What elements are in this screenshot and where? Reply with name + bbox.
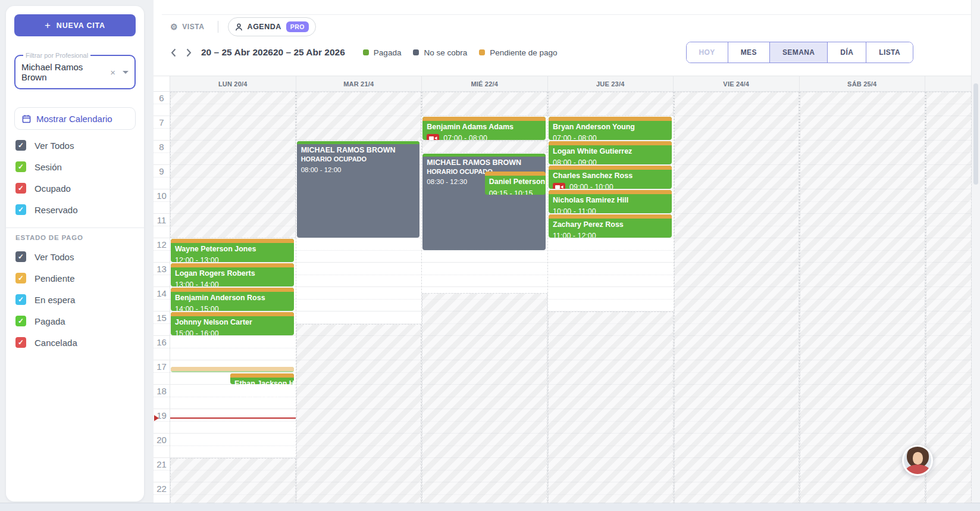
payment-filter-label: Ver Todos [35, 252, 74, 262]
appointment-event[interactable]: Benjamin Anderson Ross14:00 - 15:00 [171, 288, 294, 311]
appointment-event[interactable]: Ethan Jackson H...17:30 - 18:00 [230, 373, 294, 385]
legend-label: Pendiente de pago [490, 48, 557, 57]
assistant-avatar[interactable] [902, 445, 933, 476]
appointment-event[interactable]: William Ramos Ross17:15 - 17:30 [171, 367, 294, 372]
day-column[interactable]: Wayne Peterson Jones12:00 - 13:00Logan R… [170, 92, 296, 503]
non-working-hours [170, 458, 296, 503]
payment-status-strip [171, 239, 294, 243]
day-column[interactable] [674, 92, 800, 503]
horizontal-scrollbar[interactable] [0, 503, 980, 511]
payment-filter-item[interactable]: ✓En espera [14, 289, 136, 310]
day-column[interactable]: MICHAEL RAMOS BROWNHORARIO OCUPADO08:00 … [296, 92, 422, 503]
event-time: 07:00 - 08:00 [553, 133, 668, 140]
view-button-semana[interactable]: SEMANA [769, 42, 827, 63]
calendar-body[interactable]: 678910111213141516171819202122 Wayne Pet… [154, 92, 972, 503]
view-button-hoy[interactable]: HOY [687, 42, 728, 63]
type-filter-item[interactable]: ✓Ver Todos [14, 135, 136, 156]
appointment-event[interactable]: Nicholas Ramirez Hill10:00 - 11:00 [549, 190, 672, 213]
event-title: Bryan Anderson Young [553, 122, 668, 132]
legend-dot [413, 49, 419, 55]
event-time: 08:00 - 09:00 [553, 158, 668, 164]
payment-filter-item[interactable]: ✓Pendiente [14, 267, 136, 289]
payment-status-strip [549, 117, 672, 121]
new-appointment-label: NUEVA CITA [57, 21, 105, 30]
view-button-día[interactable]: DÍA [827, 42, 866, 63]
checkbox-icon[interactable]: ✓ [15, 273, 26, 283]
event-time-text: 09:00 - 10:00 [569, 182, 613, 189]
checkbox-icon[interactable]: ✓ [15, 140, 26, 151]
professional-filter-select[interactable]: Filtrar por Profesional Michael Ramos Br… [14, 52, 136, 89]
agenda-button[interactable]: AGENDA PRO [228, 17, 316, 36]
prev-week-button[interactable] [165, 45, 181, 60]
checkbox-icon[interactable]: ✓ [15, 251, 26, 262]
chevron-down-icon[interactable] [123, 71, 129, 74]
type-filter-label: Reservado [35, 205, 78, 215]
appointment-event[interactable]: Benjamin Adams Adams07:00 - 08:00 [422, 117, 546, 140]
next-week-button[interactable] [181, 45, 196, 60]
payment-filter-item[interactable]: ✓Pagada [14, 310, 136, 332]
appointment-event[interactable]: Johnny Nelson Carter15:00 - 16:00 [171, 312, 294, 335]
vista-button[interactable]: ⚙ VISTA [167, 22, 208, 32]
person-icon [235, 23, 243, 31]
non-working-hours [926, 92, 972, 503]
event-time-text: 10:00 - 11:00 [553, 207, 596, 213]
appointment-event[interactable]: Bryan Anderson Young07:00 - 08:00 [549, 117, 672, 140]
checkbox-icon[interactable]: ✓ [15, 294, 26, 305]
day-column[interactable] [799, 92, 925, 503]
view-button-lista[interactable]: LISTA [866, 42, 913, 63]
event-time-text: 17:15 - 17:30 [175, 384, 219, 394]
payment-status-strip [230, 373, 294, 378]
current-time-arrow [154, 415, 159, 421]
appointment-event[interactable]: Daniel Peterson ...09:15 - 10:15 [485, 172, 546, 195]
event-time-text: 09:15 - 10:15 [489, 189, 533, 195]
event-time-text: 13:00 - 14:00 [175, 280, 219, 286]
checkbox-icon[interactable]: ✓ [15, 316, 26, 326]
appointment-event[interactable]: Logan Rogers Roberts13:00 - 14:00 [171, 263, 294, 286]
payment-status-strip [549, 214, 672, 219]
payment-legend: PagadaNo se cobraPendiente de pago [363, 48, 558, 57]
view-button-mes[interactable]: MES [728, 42, 769, 63]
type-filter-label: Sesión [35, 162, 62, 172]
payment-filter-label: Cancelada [35, 338, 77, 348]
payment-filter-item[interactable]: ✓Cancelada [14, 332, 136, 353]
event-body: Logan White Gutierrez08:00 - 09:00 [549, 145, 672, 164]
event-body: Benjamin Anderson Ross14:00 - 15:00 [171, 292, 294, 311]
busy-block-event[interactable]: MICHAEL RAMOS BROWNHORARIO OCUPADO08:30 … [422, 154, 546, 250]
event-body: Nicholas Ramirez Hill10:00 - 11:00 [549, 194, 672, 213]
event-time-text: 17:30 - 18:00 [234, 392, 278, 402]
vertical-scrollbar[interactable] [971, 0, 980, 503]
gear-icon: ⚙ [170, 23, 178, 31]
type-filter-item[interactable]: ✓Ocupado [14, 177, 136, 199]
day-header: SÁB 25/4 [799, 76, 925, 91]
legend-dot [479, 49, 485, 55]
app-root: + NUEVA CITA Filtrar por Profesional Mic… [0, 0, 980, 511]
clear-icon[interactable]: × [110, 67, 115, 77]
payment-filter-item[interactable]: ✓Ver Todos [14, 246, 136, 267]
non-working-hours [548, 92, 674, 116]
checkbox-icon[interactable]: ✓ [15, 204, 26, 215]
checkbox-icon[interactable]: ✓ [15, 183, 26, 194]
appointment-event[interactable]: Logan White Gutierrez08:00 - 09:00 [549, 141, 672, 164]
non-working-hours [548, 311, 674, 503]
legend-label: Pagada [374, 48, 402, 57]
appointment-event[interactable]: Zachary Perez Ross11:00 - 12:00 [549, 214, 672, 238]
appointment-event[interactable]: Wayne Peterson Jones12:00 - 13:00 [171, 239, 294, 262]
professional-filter-value: Michael Ramos Brown [21, 62, 110, 82]
busy-block-event[interactable]: MICHAEL RAMOS BROWNHORARIO OCUPADO08:00 … [297, 141, 420, 238]
checkbox-icon[interactable]: ✓ [15, 161, 26, 172]
event-time-text: 08:00 - 09:00 [553, 158, 597, 164]
new-appointment-button[interactable]: + NUEVA CITA [14, 14, 136, 36]
appointment-event[interactable]: Charles Sanchez Ross09:00 - 10:00 [549, 166, 672, 189]
checkbox-icon[interactable]: ✓ [15, 337, 26, 348]
day-column[interactable]: Bryan Anderson Young07:00 - 08:00Logan W… [547, 92, 674, 503]
type-filter-item[interactable]: ✓Reservado [14, 199, 136, 220]
event-body: Charles Sanchez Ross09:00 - 10:00 [549, 170, 672, 189]
type-filter-item[interactable]: ✓Sesión [14, 156, 136, 177]
show-calendar-button[interactable]: Mostrar Calendario [14, 107, 136, 130]
day-column[interactable]: Benjamin Adams Adams07:00 - 08:00MICHAEL… [421, 92, 547, 503]
non-working-hours [170, 92, 296, 238]
day-header: MAR 21/4 [296, 76, 422, 91]
day-headers: LUN 20/4MAR 21/4MIÉ 22/4JUE 23/4VIE 24/4… [170, 76, 972, 91]
vista-label: VISTA [182, 23, 204, 31]
day-column-overflow[interactable] [925, 92, 972, 503]
